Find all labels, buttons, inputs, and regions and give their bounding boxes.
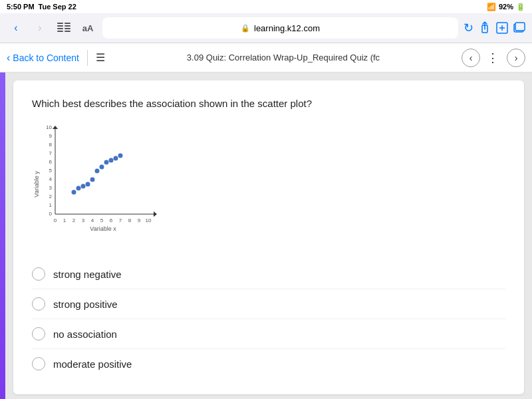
svg-text:7: 7 — [49, 150, 53, 156]
option-label-2: strong positive — [53, 299, 118, 310]
content-area: Which best describes the association sho… — [5, 72, 532, 399]
data-point — [118, 154, 123, 158]
option-item[interactable]: strong positive — [32, 289, 505, 319]
svg-rect-2 — [57, 28, 63, 29]
svg-marker-17 — [53, 126, 58, 129]
svg-rect-5 — [65, 25, 70, 27]
svg-rect-6 — [65, 28, 70, 29]
svg-text:8: 8 — [49, 142, 53, 148]
svg-text:9: 9 — [49, 133, 53, 139]
svg-text:1: 1 — [63, 217, 66, 223]
svg-text:10: 10 — [46, 124, 52, 130]
svg-text:3: 3 — [49, 185, 53, 191]
data-point — [114, 156, 118, 161]
data-point — [100, 165, 104, 170]
share-button[interactable] — [479, 21, 491, 35]
svg-text:4: 4 — [49, 176, 53, 182]
svg-text:8: 8 — [128, 217, 132, 223]
data-point — [76, 186, 81, 191]
more-options-button[interactable]: ⋮ — [487, 51, 500, 65]
radio-button-1[interactable] — [32, 267, 45, 281]
quiz-card: Which best describes the association sho… — [13, 80, 524, 394]
reload-button[interactable]: ↻ — [464, 21, 473, 35]
aa-button[interactable]: aA — [78, 19, 97, 37]
data-point — [72, 190, 76, 195]
option-label-3: no association — [53, 329, 117, 340]
scatter-plot-svg: Variable y 0 1 2 — [32, 121, 165, 241]
battery-level: 92% — [499, 3, 513, 11]
left-accent-bar — [0, 72, 5, 399]
status-date: Tue Sep 22 — [39, 3, 76, 11]
svg-rect-13 — [515, 23, 525, 31]
back-label: Back to Content — [13, 53, 79, 63]
y-axis-label: Variable y — [33, 171, 40, 198]
svg-marker-16 — [154, 211, 157, 217]
scatter-plot-container: Variable y 0 1 2 — [32, 121, 505, 243]
browser-chrome: ‹ › aA 🔒 learning.k12.com ↻ — [0, 13, 532, 43]
svg-text:10: 10 — [146, 217, 152, 223]
radio-button-3[interactable] — [32, 327, 45, 340]
reader-mode-button[interactable] — [55, 19, 73, 37]
svg-text:4: 4 — [91, 217, 94, 223]
svg-text:7: 7 — [119, 217, 122, 223]
svg-text:6: 6 — [49, 159, 53, 165]
option-label-4: moderate positive — [53, 358, 132, 370]
svg-text:9: 9 — [138, 217, 141, 223]
data-point — [95, 169, 100, 174]
data-point — [86, 182, 90, 187]
svg-text:2: 2 — [72, 217, 76, 223]
data-point — [81, 184, 86, 189]
svg-text:2: 2 — [49, 194, 53, 200]
answer-options-list: strong negative strong positive no assoc… — [32, 259, 505, 378]
svg-rect-1 — [57, 25, 63, 27]
svg-text:5: 5 — [100, 217, 104, 223]
url-display: learning.k12.com — [254, 23, 320, 33]
svg-rect-7 — [65, 31, 70, 32]
svg-text:0: 0 — [49, 211, 53, 217]
battery-icon: 🔋 — [516, 3, 525, 11]
svg-rect-4 — [65, 23, 70, 24]
data-point — [90, 178, 95, 182]
prev-page-button[interactable]: ‹ — [462, 49, 480, 67]
quiz-title: 3.09 Quiz: Correlation Wrap-Up_Required … — [110, 53, 456, 63]
option-item[interactable]: no association — [32, 319, 505, 349]
page-wrapper: Which best describes the association sho… — [0, 72, 532, 399]
browser-back-button[interactable]: ‹ — [7, 19, 25, 37]
lock-icon: 🔒 — [241, 24, 250, 33]
svg-text:5: 5 — [49, 168, 53, 174]
wifi-icon: 📶 — [487, 3, 496, 11]
option-item[interactable]: moderate positive — [32, 349, 505, 378]
status-bar: 5:50 PM Tue Sep 22 📶 92% 🔋 — [0, 0, 532, 13]
svg-text:6: 6 — [110, 217, 113, 223]
new-tab-button[interactable] — [496, 22, 508, 34]
browser-forward-button[interactable]: › — [31, 19, 49, 37]
svg-text:3: 3 — [82, 217, 85, 223]
option-item[interactable]: strong negative — [32, 259, 505, 289]
nav-right-actions: ‹ ⋮ › — [462, 49, 525, 67]
tabs-button[interactable] — [513, 22, 525, 34]
back-chevron-icon: ‹ — [7, 52, 10, 64]
data-point — [104, 160, 109, 165]
next-page-button[interactable]: › — [507, 49, 525, 67]
status-time: 5:50 PM — [7, 3, 35, 11]
radio-button-2[interactable] — [32, 297, 45, 311]
svg-rect-0 — [57, 23, 63, 24]
hamburger-button[interactable]: ☰ — [96, 51, 105, 64]
x-axis-label: Variable x — [90, 225, 116, 232]
back-to-content-button[interactable]: ‹ Back to Content — [7, 52, 79, 64]
radio-button-4[interactable] — [32, 357, 45, 370]
svg-text:0: 0 — [54, 217, 57, 223]
data-point — [109, 158, 114, 163]
question-text: Which best describes the association sho… — [32, 96, 505, 110]
nav-divider — [87, 50, 88, 66]
svg-rect-3 — [57, 31, 63, 32]
address-bar: 🔒 learning.k12.com — [102, 17, 458, 39]
svg-text:1: 1 — [49, 202, 53, 208]
option-label-1: strong negative — [53, 269, 122, 280]
nav-bar: ‹ Back to Content ☰ 3.09 Quiz: Correlati… — [0, 43, 532, 72]
